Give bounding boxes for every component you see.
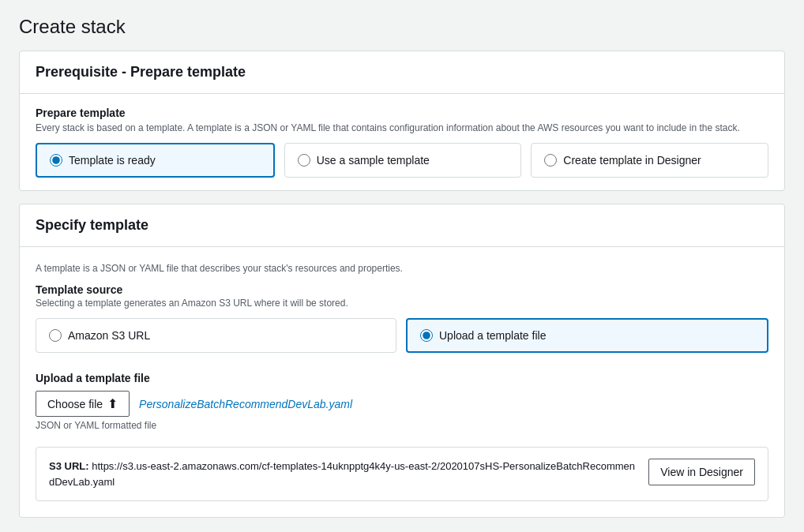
radio-upload-file[interactable] <box>420 329 433 342</box>
file-name: PersonalizeBatchRecommendDevLab.yaml <box>139 398 352 410</box>
source-s3-url-label: Amazon S3 URL <box>68 329 150 342</box>
s3-url-text: S3 URL: https://s3.us-east-2.amazonaws.c… <box>49 459 639 489</box>
source-upload-file[interactable]: Upload a template file <box>406 318 768 353</box>
template-source-description: Selecting a template generates an Amazon… <box>36 298 768 309</box>
prerequisite-header: Prerequisite - Prepare template <box>20 51 784 94</box>
template-source-options: Amazon S3 URL Upload a template file <box>36 318 768 353</box>
radio-s3-url[interactable] <box>49 329 62 342</box>
specify-template-header: Specify template <box>20 204 784 247</box>
option-designer-template[interactable]: Create template in Designer <box>531 143 768 178</box>
prepare-template-options: Template is ready Use a sample template … <box>36 143 768 178</box>
template-source-label: Template source <box>36 283 768 296</box>
radio-sample-template[interactable] <box>298 154 310 167</box>
s3-url-value: https://s3.us-east-2.amazonaws.com/cf-te… <box>49 460 635 488</box>
upload-icon: ⬆ <box>107 396 118 411</box>
option-designer-template-label: Create template in Designer <box>563 154 701 167</box>
prepare-template-description: Every stack is based on a template. A te… <box>36 122 768 133</box>
option-sample-template-label: Use a sample template <box>317 154 430 167</box>
upload-section: Upload a template file Choose file ⬆ Per… <box>36 372 768 431</box>
view-in-designer-button[interactable]: View in Designer <box>648 459 755 485</box>
option-template-ready-label: Template is ready <box>69 154 156 167</box>
option-template-ready[interactable]: Template is ready <box>36 143 275 178</box>
prepare-template-label: Prepare template <box>36 107 768 119</box>
s3-url-section: S3 URL: https://s3.us-east-2.amazonaws.c… <box>36 447 768 501</box>
radio-template-ready[interactable] <box>50 154 62 167</box>
upload-row: Choose file ⬆ PersonalizeBatchRecommendD… <box>36 391 768 417</box>
prerequisite-title: Prerequisite - Prepare template <box>36 64 246 80</box>
upload-label: Upload a template file <box>36 372 768 384</box>
choose-file-button[interactable]: Choose file ⬆ <box>36 391 130 417</box>
specify-template-title: Specify template <box>36 217 148 233</box>
choose-file-label: Choose file <box>47 398 103 410</box>
prerequisite-section: Prerequisite - Prepare template Prepare … <box>19 51 785 191</box>
specify-template-description: A template is a JSON or YAML file that d… <box>36 263 768 274</box>
specify-template-section: Specify template A template is a JSON or… <box>19 204 785 518</box>
source-s3-url[interactable]: Amazon S3 URL <box>36 318 396 353</box>
page-title: Create stack <box>19 16 785 38</box>
specify-template-body: A template is a JSON or YAML file that d… <box>20 247 784 517</box>
source-upload-file-label: Upload a template file <box>439 329 546 342</box>
file-format-hint: JSON or YAML formatted file <box>36 420 768 431</box>
prerequisite-body: Prepare template Every stack is based on… <box>20 94 784 190</box>
s3-url-label: S3 URL: <box>49 460 92 472</box>
option-sample-template[interactable]: Use a sample template <box>284 143 522 178</box>
radio-designer-template[interactable] <box>544 154 557 167</box>
